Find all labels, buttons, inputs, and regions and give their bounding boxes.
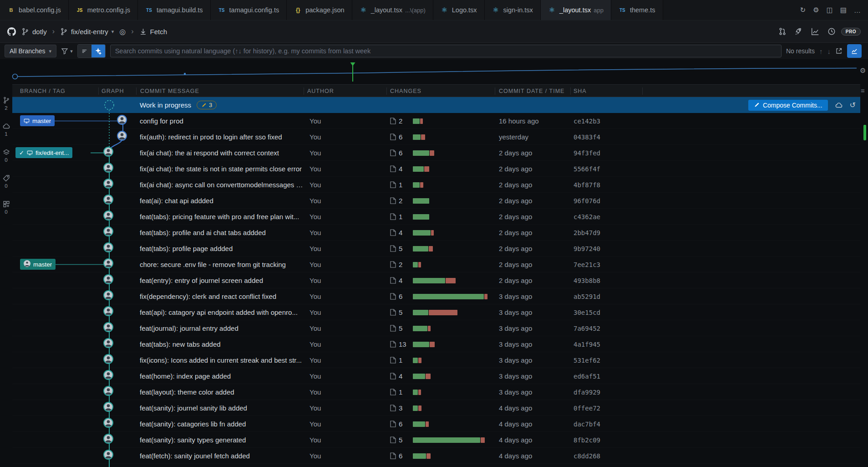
commit-row[interactable]: feat(sanity): sanity types generated You… bbox=[12, 432, 860, 448]
graph-view-toggle-button[interactable] bbox=[847, 44, 862, 58]
commit-row[interactable]: feat(home): index page added You 4 3 day… bbox=[12, 368, 860, 384]
author-avatar[interactable] bbox=[103, 434, 113, 444]
fetch-button[interactable]: Fetch bbox=[139, 28, 168, 36]
open-in-editor-icon[interactable] bbox=[835, 47, 843, 55]
author-avatar[interactable] bbox=[103, 147, 113, 157]
editor-tab[interactable]: ⚛ _layout.tsx app bbox=[541, 0, 611, 20]
editor-tab[interactable]: ⚛ Logo.tsx bbox=[433, 0, 485, 20]
author-avatar[interactable] bbox=[103, 450, 113, 460]
author-avatar[interactable] bbox=[103, 274, 113, 284]
rocket-icon[interactable] bbox=[795, 27, 803, 36]
branch-label[interactable]: ✓ fix/edit-ent... bbox=[15, 147, 72, 158]
column-header-graph[interactable]: GRAPH bbox=[102, 85, 124, 98]
author-avatar[interactable] bbox=[117, 115, 127, 125]
sync-icon[interactable]: ↻ bbox=[800, 6, 806, 14]
column-header-changes[interactable]: CHANGES bbox=[390, 85, 421, 98]
author-avatar[interactable] bbox=[103, 354, 113, 364]
rail-item-tags[interactable]: 0 bbox=[3, 174, 10, 189]
rail-item-worktrees[interactable]: 0 bbox=[3, 200, 10, 215]
commit-row[interactable]: feat(sanity): journel sanity lib added Y… bbox=[12, 400, 860, 416]
editor-tab[interactable]: ⚛ sign-in.tsx bbox=[485, 0, 541, 20]
next-result-icon[interactable]: ↓ bbox=[827, 47, 831, 55]
commit-row[interactable]: master chore: secure .env file - remove … bbox=[12, 257, 860, 272]
author-avatar[interactable] bbox=[103, 195, 113, 205]
cloud-patch-icon[interactable] bbox=[835, 102, 843, 109]
commit-row[interactable]: feat(tabs): profile and ai chat tabs add… bbox=[12, 225, 860, 241]
commit-row[interactable]: feat(tabs): pricing feature with pro and… bbox=[12, 209, 860, 225]
author-avatar[interactable] bbox=[103, 386, 113, 396]
more-actions-icon[interactable]: … bbox=[854, 6, 861, 14]
previous-result-icon[interactable]: ↑ bbox=[819, 47, 823, 55]
commit-row[interactable]: feat(entry): entry of journel screen add… bbox=[12, 272, 860, 288]
editor-tab[interactable]: ⚛ _layout.tsx ...\(app) bbox=[352, 0, 433, 20]
author-avatar[interactable] bbox=[103, 418, 113, 428]
rail-item-branches[interactable]: 2 bbox=[3, 97, 10, 111]
commit-row[interactable]: feat(tabs): profile page addded You 5 2 … bbox=[12, 241, 860, 257]
author-avatar[interactable] bbox=[103, 179, 113, 189]
commit-row[interactable]: ✓ fix/edit-ent... fix(ai chat): the ai r… bbox=[12, 145, 860, 161]
repo-selector[interactable]: dotly bbox=[21, 28, 47, 36]
branch-selector[interactable]: fix/edit-entry ▾ bbox=[60, 28, 114, 36]
graph-settings-gear-icon[interactable]: ⚙ bbox=[860, 67, 866, 75]
filter-button[interactable]: ▾ bbox=[61, 47, 73, 55]
compose-commits-button[interactable]: Compose Commits... bbox=[748, 100, 828, 111]
commit-row[interactable]: feat(layout): theme color added You 1 3 … bbox=[12, 384, 860, 400]
author-avatar[interactable] bbox=[117, 131, 127, 141]
author-avatar[interactable] bbox=[103, 322, 113, 332]
visual-history-icon[interactable] bbox=[827, 27, 836, 36]
commit-row[interactable]: master config for prod You 2 16 hours ag… bbox=[12, 113, 860, 129]
author-avatar[interactable] bbox=[103, 370, 113, 380]
wip-changes-badge[interactable]: 3 bbox=[197, 101, 217, 109]
additions-bar bbox=[413, 134, 421, 140]
commit-row[interactable]: feat(fetch): sanity jounel fetch added Y… bbox=[12, 448, 860, 464]
commit-row[interactable]: fix(auth): redirect in prod to login aft… bbox=[12, 129, 860, 145]
column-header-branch-tag[interactable]: BRANCH / TAG bbox=[20, 85, 66, 98]
author-avatar[interactable] bbox=[103, 210, 113, 221]
author-avatar[interactable] bbox=[103, 402, 113, 412]
row-options-icon[interactable]: ≡ bbox=[861, 87, 865, 94]
commit-row[interactable]: fix(icons): Icons added in current strea… bbox=[12, 352, 860, 368]
author-avatar[interactable] bbox=[103, 306, 113, 316]
commit-row[interactable]: feat(sanity): catagories lib fn added Yo… bbox=[12, 416, 860, 432]
author-avatar[interactable] bbox=[103, 242, 113, 252]
commit-row[interactable]: fix(ai chat): async call on converttomod… bbox=[12, 177, 860, 193]
column-header-date[interactable]: COMMIT DATE / TIME bbox=[499, 85, 564, 98]
commit-row[interactable]: feat(tabs): new tabs added You 13 3 days… bbox=[12, 336, 860, 352]
editor-tab[interactable]: B babel.config.js bbox=[0, 0, 69, 20]
commit-row[interactable]: feat(ai): chat api addded You 2 2 days a… bbox=[12, 193, 860, 209]
split-editor-icon[interactable]: ◫ bbox=[827, 6, 833, 14]
pull-request-icon[interactable] bbox=[778, 27, 787, 36]
author-avatar[interactable] bbox=[103, 258, 113, 268]
undo-icon[interactable]: ↺ bbox=[850, 101, 856, 109]
column-header-message[interactable]: COMMIT MESSAGE bbox=[140, 85, 199, 98]
column-header-sha[interactable]: SHA bbox=[574, 85, 587, 98]
editor-tab[interactable]: TS tamagui.build.ts bbox=[138, 0, 211, 20]
gear-icon[interactable]: ⚙ bbox=[813, 6, 819, 14]
author-avatar[interactable] bbox=[103, 226, 113, 236]
rail-item-remotes[interactable]: 1 bbox=[3, 123, 10, 137]
branches-filter-dropdown[interactable]: All Branches ▾ bbox=[5, 45, 56, 57]
branch-label[interactable]: master bbox=[20, 115, 55, 126]
editor-tab[interactable]: JS metro.config.js bbox=[69, 0, 138, 20]
editor-tab[interactable]: TS tamagui.config.ts bbox=[211, 0, 287, 20]
rail-item-stashes[interactable]: 0 bbox=[3, 149, 10, 163]
commit-row[interactable]: fix(dependency): clerk and react conflic… bbox=[12, 288, 860, 304]
sort-order-button[interactable] bbox=[78, 45, 91, 57]
commit-row[interactable]: fix(ai chat): the state is not in state … bbox=[12, 161, 860, 177]
work-in-progress-row[interactable]: Work in progress 3 Compose Commits... ↺ bbox=[12, 97, 860, 113]
branch-label[interactable]: master bbox=[20, 259, 56, 270]
author-avatar[interactable] bbox=[103, 163, 113, 173]
commit-row[interactable]: feat(api): catagory api endpoint added w… bbox=[12, 304, 860, 320]
editor-tab[interactable]: {} package.json bbox=[287, 0, 352, 20]
author-avatar[interactable] bbox=[103, 338, 113, 348]
commit-row[interactable]: feat(journal): journal entry added You 5… bbox=[12, 320, 860, 336]
author-avatar[interactable] bbox=[103, 290, 113, 300]
column-header-author[interactable]: AUTHOR bbox=[307, 85, 334, 98]
target-icon[interactable]: ◎ bbox=[119, 27, 126, 36]
commit-graph-icon[interactable] bbox=[811, 27, 819, 36]
graph-minimap[interactable] bbox=[0, 59, 860, 84]
commit-search-input[interactable] bbox=[110, 45, 782, 57]
editor-tab[interactable]: TS theme.ts bbox=[611, 0, 663, 20]
layout-icon[interactable]: ▤ bbox=[840, 6, 847, 14]
ai-search-button[interactable] bbox=[91, 45, 105, 57]
